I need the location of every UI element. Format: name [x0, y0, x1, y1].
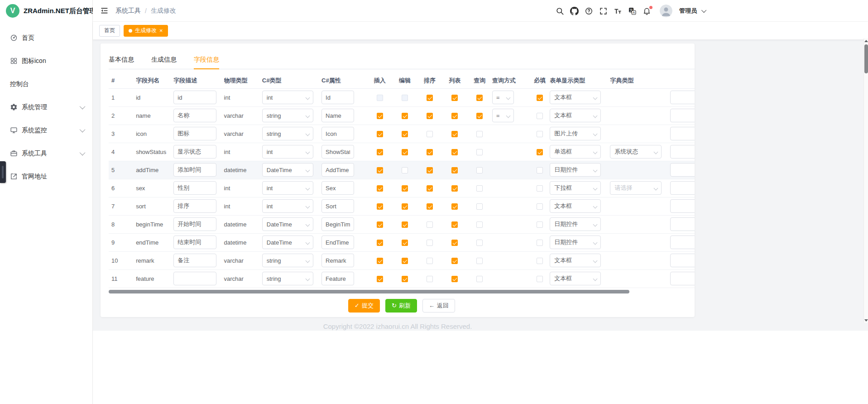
- extra-input[interactable]: [670, 109, 695, 122]
- sort-checkbox[interactable]: [427, 95, 433, 101]
- question-icon[interactable]: [585, 7, 593, 15]
- description-input[interactable]: [173, 217, 216, 231]
- insert-checkbox[interactable]: [377, 167, 383, 173]
- sidebar-collapse-icon[interactable]: [100, 6, 109, 15]
- list-checkbox[interactable]: [451, 221, 458, 228]
- edit-checkbox[interactable]: [402, 203, 408, 210]
- sidebar-item-home[interactable]: 首页: [0, 26, 92, 49]
- description-input[interactable]: [173, 91, 216, 104]
- sidebar-item-console[interactable]: 控制台: [0, 72, 92, 96]
- insert-checkbox[interactable]: [377, 276, 383, 282]
- insert-checkbox[interactable]: [377, 203, 383, 210]
- query-checkbox[interactable]: [476, 113, 483, 119]
- extra-input[interactable]: [670, 217, 695, 231]
- csharp-property-input[interactable]: [321, 145, 354, 159]
- tab-generate-info[interactable]: 生成信息: [151, 51, 177, 69]
- description-input[interactable]: [173, 199, 216, 213]
- insert-checkbox[interactable]: [377, 185, 383, 192]
- github-icon[interactable]: [570, 7, 579, 15]
- required-checkbox[interactable]: [537, 185, 543, 192]
- csharp-type-select[interactable]: DateTime: [262, 217, 313, 231]
- sort-checkbox[interactable]: [427, 113, 433, 119]
- sort-checkbox[interactable]: [427, 258, 433, 264]
- csharp-property-input[interactable]: [321, 217, 354, 231]
- edit-checkbox[interactable]: [402, 240, 408, 246]
- required-checkbox[interactable]: [537, 149, 543, 155]
- sort-checkbox[interactable]: [427, 203, 433, 210]
- query-checkbox[interactable]: [476, 185, 483, 192]
- description-input[interactable]: [173, 181, 216, 195]
- sort-checkbox[interactable]: [427, 221, 433, 228]
- language-icon[interactable]: 文A: [628, 7, 637, 15]
- extra-input[interactable]: [670, 163, 695, 177]
- edit-checkbox[interactable]: [402, 258, 408, 264]
- sidebar-item-system-monitoring[interactable]: 系统监控: [0, 119, 92, 142]
- search-icon[interactable]: [556, 7, 564, 15]
- sort-checkbox[interactable]: [427, 185, 433, 192]
- display-type-select[interactable]: 日期控件: [550, 217, 601, 231]
- extra-input[interactable]: [670, 91, 695, 104]
- back-button[interactable]: ←返回: [422, 299, 455, 313]
- insert-checkbox[interactable]: [377, 95, 383, 101]
- dict-type-select[interactable]: 请选择: [610, 181, 662, 195]
- description-input[interactable]: [173, 163, 216, 177]
- sidebar-item-website-link[interactable]: 官网地址: [0, 165, 92, 188]
- vertical-scrollbar[interactable]: [863, 38, 868, 323]
- edit-checkbox[interactable]: [402, 221, 408, 228]
- csharp-property-input[interactable]: [321, 254, 354, 267]
- sort-checkbox[interactable]: [427, 149, 433, 155]
- csharp-type-select[interactable]: int: [262, 145, 313, 159]
- extra-input[interactable]: [670, 145, 695, 159]
- tag-home[interactable]: 首页: [99, 25, 120, 37]
- sort-checkbox[interactable]: [427, 276, 433, 282]
- csharp-type-select[interactable]: int: [262, 199, 313, 213]
- chevron-down-icon[interactable]: [701, 8, 706, 13]
- query-checkbox[interactable]: [476, 240, 483, 246]
- list-checkbox[interactable]: [451, 240, 458, 246]
- required-checkbox[interactable]: [537, 276, 543, 282]
- scroll-down-icon[interactable]: [864, 319, 868, 322]
- display-type-select[interactable]: 文本框: [550, 272, 601, 285]
- csharp-type-select[interactable]: int: [262, 181, 313, 195]
- required-checkbox[interactable]: [537, 203, 543, 210]
- display-type-select[interactable]: 文本框: [550, 199, 601, 213]
- required-checkbox[interactable]: [537, 240, 543, 246]
- avatar[interactable]: [660, 5, 672, 17]
- description-input[interactable]: [173, 272, 216, 285]
- query-method-select[interactable]: =: [492, 109, 514, 122]
- list-checkbox[interactable]: [451, 276, 458, 282]
- required-checkbox[interactable]: [537, 258, 543, 264]
- extra-input[interactable]: [670, 272, 695, 285]
- description-input[interactable]: [173, 236, 216, 249]
- vertical-scrollbar-thumb[interactable]: [864, 44, 868, 73]
- csharp-type-select[interactable]: string: [262, 127, 313, 140]
- required-checkbox[interactable]: [537, 95, 543, 101]
- extra-input[interactable]: [670, 181, 695, 195]
- insert-checkbox[interactable]: [377, 221, 383, 228]
- horizontal-scrollbar-thumb[interactable]: [109, 290, 629, 293]
- extra-input[interactable]: [670, 254, 695, 267]
- description-input[interactable]: [173, 127, 216, 140]
- list-checkbox[interactable]: [451, 203, 458, 210]
- display-type-select[interactable]: 文本框: [550, 254, 601, 267]
- edit-checkbox[interactable]: [402, 167, 408, 173]
- tag-generate-edit[interactable]: 生成修改 ×: [124, 25, 168, 37]
- list-checkbox[interactable]: [451, 95, 458, 101]
- sidebar-item-system-tools[interactable]: 系统工具: [0, 142, 92, 165]
- edit-checkbox[interactable]: [402, 276, 408, 282]
- extra-input[interactable]: [670, 199, 695, 213]
- query-method-select[interactable]: =: [492, 91, 514, 104]
- extra-input[interactable]: [670, 236, 695, 249]
- refresh-button[interactable]: ↻刷新: [385, 299, 417, 313]
- edit-checkbox[interactable]: [402, 113, 408, 119]
- submit-button[interactable]: ✓提交: [348, 299, 380, 313]
- csharp-type-select[interactable]: DateTime: [262, 236, 313, 249]
- list-checkbox[interactable]: [451, 167, 458, 173]
- insert-checkbox[interactable]: [377, 149, 383, 155]
- csharp-property-input[interactable]: [321, 199, 354, 213]
- query-checkbox[interactable]: [476, 95, 483, 101]
- display-type-select[interactable]: 文本框: [550, 91, 601, 104]
- tab-field-info[interactable]: 字段信息: [194, 51, 219, 69]
- tab-basic-info[interactable]: 基本信息: [109, 51, 134, 69]
- list-checkbox[interactable]: [451, 149, 458, 155]
